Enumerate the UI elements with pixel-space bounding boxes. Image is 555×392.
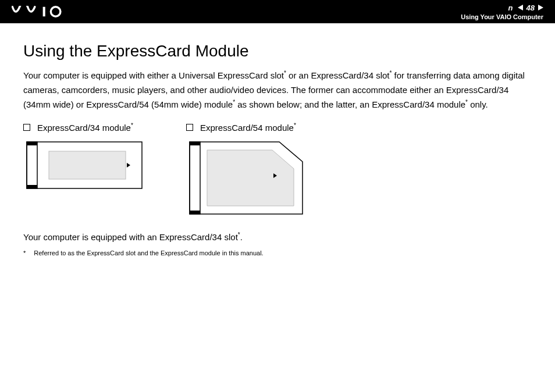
equipped-paragraph: Your computer is equipped with an Expres… <box>23 230 532 244</box>
expresscard-34-diagram <box>23 138 145 192</box>
page-number: 48 <box>526 3 535 12</box>
module-34-label: ExpressCard/34 module* <box>23 122 145 133</box>
svg-rect-3 <box>27 142 37 188</box>
module-54-label: ExpressCard/54 module* <box>186 122 314 133</box>
section-title: Using Your VAIO Computer <box>461 13 543 20</box>
prev-page-icon[interactable] <box>518 5 523 10</box>
svg-marker-7 <box>127 163 130 168</box>
footnote: * Referred to as the ExpressCard slot an… <box>23 249 532 258</box>
square-bullet-icon <box>23 124 30 131</box>
next-page-icon[interactable] <box>538 5 543 10</box>
vaio-logo <box>12 6 76 17</box>
svg-rect-5 <box>27 185 37 188</box>
module-34-column: ExpressCard/34 module* <box>23 122 145 192</box>
page-heading: Using the ExpressCard Module <box>23 42 532 60</box>
intro-paragraph: Your computer is equipped with either a … <box>23 69 532 112</box>
svg-rect-0 <box>43 7 45 17</box>
module-54-column: ExpressCard/54 module* <box>186 122 314 220</box>
footnote-ref: * <box>294 122 296 129</box>
svg-rect-9 <box>190 142 200 145</box>
footnote-marker: * <box>23 249 26 258</box>
footnote-ref: * <box>131 122 133 129</box>
svg-rect-10 <box>190 211 200 214</box>
svg-rect-6 <box>49 151 126 179</box>
square-bullet-icon <box>186 124 193 131</box>
svg-rect-4 <box>27 142 37 145</box>
page-header: n 48 Using Your VAIO Computer <box>0 0 555 23</box>
expresscard-54-diagram <box>186 138 314 220</box>
modules-row: ExpressCard/34 module* ExpressCard/54 mo… <box>23 122 532 220</box>
svg-point-1 <box>51 7 61 17</box>
page-navigation: n 48 <box>508 3 543 12</box>
page-content: Using the ExpressCard Module Your comput… <box>0 23 555 258</box>
n-marker: n <box>508 3 513 12</box>
footnote-text: Referred to as the ExpressCard slot and … <box>34 249 263 258</box>
header-right-block: n 48 Using Your VAIO Computer <box>461 3 543 20</box>
svg-rect-8 <box>190 142 200 214</box>
